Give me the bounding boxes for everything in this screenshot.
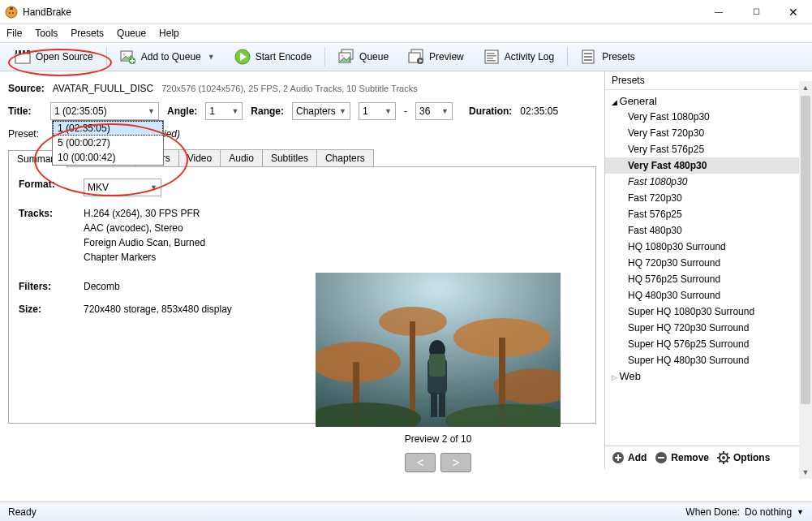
preset-item[interactable]: Super HQ 480p30 Surround [605,352,812,368]
preset-item[interactable]: Very Fast 720p30 [605,125,812,141]
minus-circle-icon [655,451,668,464]
preset-options-button[interactable]: Options [717,451,770,464]
svg-rect-23 [485,50,498,63]
preset-value-partial: ied) [164,128,180,140]
status-text: Ready [8,506,37,518]
preset-item[interactable]: Very Fast 576p25 [605,141,812,157]
svg-rect-42 [429,354,445,377]
preset-item[interactable]: HQ 720p30 Surround [605,255,812,271]
app-icon [5,6,18,19]
preset-item[interactable]: HQ 1080p30 Surround [605,239,812,255]
svg-rect-24 [487,53,495,54]
format-label: Format: [19,179,84,196]
preset-item[interactable]: Super HQ 1080p30 Surround [605,304,812,320]
preview-next-button[interactable]: > [440,453,471,472]
add-to-queue-button[interactable]: Add to Queue ▼ [114,45,221,68]
range-to-combo[interactable]: 36 ▼ [415,102,453,120]
preview-area: Preview 2 of 10 < > [308,273,568,472]
chevron-down-icon: ▼ [228,107,238,115]
duration-value: 02:35:05 [520,105,558,117]
menu-queue[interactable]: Queue [117,28,146,39]
tab-chapters[interactable]: Chapters [316,149,374,166]
size-label: Size: [19,304,84,315]
svg-line-60 [720,461,721,463]
add-to-queue-label: Add to Queue [141,51,201,62]
range-mode-combo[interactable]: Chapters ▼ [292,102,350,120]
preset-remove-button[interactable]: Remove [655,451,709,464]
maximize-button[interactable]: ☐ [737,0,775,24]
duration-label: Duration: [469,105,512,117]
play-icon [234,49,251,65]
presets-panel-title: Presets [605,71,812,90]
svg-point-18 [342,55,344,58]
queue-button[interactable]: Queue [332,45,395,68]
svg-rect-4 [15,54,30,63]
preset-item[interactable]: Fast 1080p30 [605,174,812,190]
presets-button[interactable]: Presets [574,45,642,68]
preset-item[interactable]: Fast 576p25 [605,206,812,222]
preset-add-button[interactable]: Add [612,451,647,464]
title-combo[interactable]: 1 (02:35:05) ▼ [50,102,159,120]
range-dash: - [404,105,407,117]
source-info: 720x576 (1024x576), 25 FPS, 2 Audio Trac… [161,84,418,93]
menu-file[interactable]: File [6,28,22,39]
preset-actions: Add Remove Options [605,446,812,469]
preset-item[interactable]: Fast 720p30 [605,190,812,206]
scroll-down-icon[interactable]: ▼ [799,466,812,479]
svg-point-2 [9,12,11,14]
preset-options-label: Options [733,452,770,463]
angle-combo[interactable]: 1 ▼ [205,102,243,120]
title-option-5[interactable]: 5 (00:00:27) [53,136,163,150]
preset-group[interactable]: General [605,93,812,109]
preset-item[interactable]: Very Fast 1080p30 [605,109,812,125]
preset-label: Preset: [8,128,39,140]
angle-value: 1 [209,105,215,117]
preset-item[interactable]: Super HQ 576p25 Surround [605,336,812,352]
source-line: Source: AVATAR_FUULL_DISC 720x576 (1024x… [8,83,596,94]
separator [567,47,568,67]
preset-tree[interactable]: GeneralVery Fast 1080p30Very Fast 720p30… [605,90,812,446]
preset-item[interactable]: Fast 480p30 [605,222,812,239]
scroll-up-icon[interactable]: ▲ [799,81,812,94]
window-controls: — ☐ ✕ [700,0,812,24]
format-combo[interactable]: MKV ▼ [84,179,161,196]
preview-label: Preview [429,51,464,62]
title-option-1[interactable]: 1 (02:35:05) [53,121,163,136]
menu-tools[interactable]: Tools [35,28,58,39]
left-panel: Source: AVATAR_FUULL_DISC 720x576 (1024x… [0,71,604,469]
tab-video[interactable]: Video [178,149,221,166]
track-line: AAC (avcodec), Stereo [84,222,586,234]
open-source-button[interactable]: Open Source [8,45,100,68]
scroll-thumb[interactable] [801,96,810,404]
activity-log-button[interactable]: Activity Log [477,45,561,68]
title-option-10[interactable]: 10 (00:00:42) [53,150,163,165]
svg-rect-29 [584,53,592,54]
preview-button[interactable]: Preview [402,45,470,68]
svg-rect-26 [487,58,493,59]
minimize-button[interactable]: — [700,0,737,24]
when-done[interactable]: When Done: Do nothing ▼ [685,506,804,518]
tab-audio[interactable]: Audio [220,149,263,166]
svg-rect-43 [431,393,437,417]
preset-item[interactable]: HQ 480p30 Surround [605,287,812,304]
preview-caption: Preview 2 of 10 [308,433,568,445]
preview-nav: < > [308,453,568,472]
svg-line-59 [727,461,728,463]
range-from-combo[interactable]: 1 ▼ [359,102,396,120]
menu-presets[interactable]: Presets [71,28,104,39]
tab-subtitles[interactable]: Subtitles [262,149,317,166]
filters-label: Filters: [19,281,84,292]
scrollbar[interactable]: ▲ ▼ [799,81,812,479]
preset-item[interactable]: Very Fast 480p30 [605,157,812,174]
preset-item[interactable]: Super HQ 720p30 Surround [605,320,812,336]
menu-help[interactable]: Help [159,28,179,39]
format-row: Format: MKV ▼ [19,179,586,196]
preset-group[interactable]: Web [605,368,812,384]
svg-rect-8 [25,50,27,54]
format-value: MKV [88,182,109,193]
preset-item[interactable]: HQ 576p25 Surround [605,271,812,287]
preview-prev-button[interactable]: < [405,453,436,472]
start-encode-button[interactable]: Start Encode [228,45,318,68]
picture-plus-icon [120,49,136,65]
close-button[interactable]: ✕ [775,0,812,24]
